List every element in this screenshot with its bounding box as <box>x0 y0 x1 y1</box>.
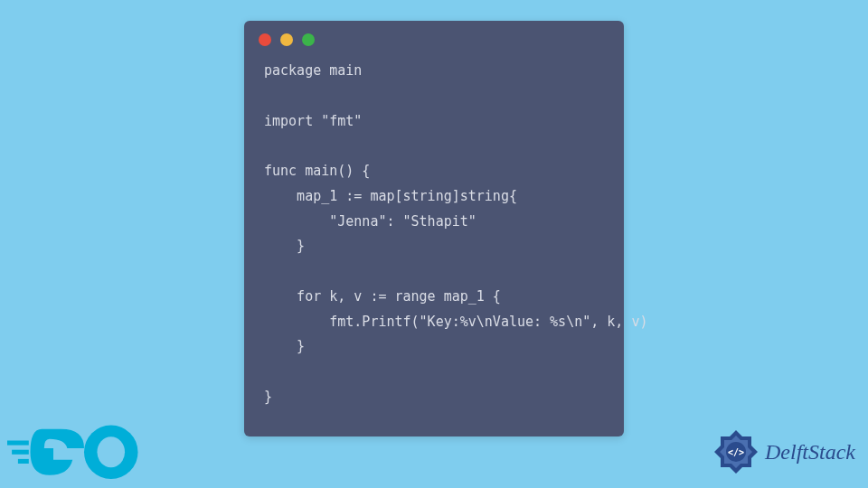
code-line: package main <box>264 62 362 79</box>
svg-rect-0 <box>7 440 29 445</box>
svg-text:</>: </> <box>728 447 744 457</box>
code-line: } <box>264 238 305 254</box>
code-line: } <box>264 338 305 354</box>
code-line: for k, v := range map_1 { <box>264 288 501 305</box>
code-line: "Jenna": "Sthapit" <box>264 213 476 230</box>
delftstack-badge-icon: </> <box>712 428 760 475</box>
code-block: package main import "fmt" func main() { … <box>244 53 624 427</box>
close-icon <box>259 33 271 46</box>
code-line: } <box>264 389 272 405</box>
svg-rect-2 <box>18 458 29 463</box>
svg-point-4 <box>97 436 125 467</box>
code-line: map_1 := map[string]string{ <box>264 188 517 204</box>
minimize-icon <box>280 33 293 46</box>
code-line: import "fmt" <box>264 113 362 129</box>
window-controls <box>244 21 624 53</box>
maximize-icon <box>302 33 315 46</box>
code-window: package main import "fmt" func main() { … <box>244 21 624 436</box>
code-line: func main() { <box>264 163 370 179</box>
delftstack-label: DelftStack <box>765 440 855 465</box>
svg-rect-1 <box>12 449 29 454</box>
delftstack-logo: </> DelftStack <box>712 428 855 475</box>
code-line: fmt.Printf("Key:%v\nValue: %s\n", k, v) <box>264 314 647 330</box>
go-logo-icon <box>7 418 161 487</box>
